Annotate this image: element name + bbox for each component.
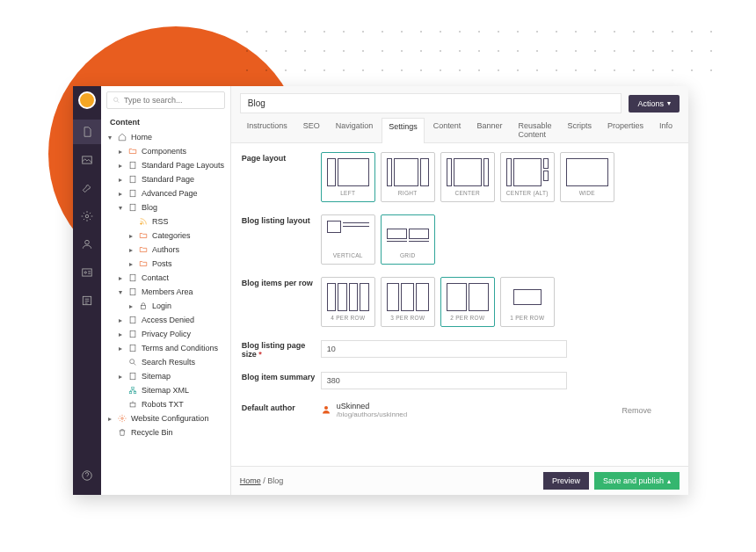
page-icon xyxy=(128,344,137,352)
svg-point-4 xyxy=(84,272,86,273)
svg-rect-3 xyxy=(83,269,92,276)
tree-recycle[interactable]: Recycle Bin xyxy=(106,425,225,439)
tree-access-denied[interactable]: ▸Access Denied xyxy=(106,313,225,327)
layout-wide[interactable]: WIDE xyxy=(560,152,614,202)
row-2[interactable]: 2 PER ROW xyxy=(440,277,495,327)
tree-advanced-page[interactable]: ▸Advanced Page xyxy=(106,186,225,200)
gear-icon xyxy=(81,210,93,222)
tree-posts[interactable]: ▸Posts xyxy=(106,257,225,271)
svg-rect-24 xyxy=(130,403,135,407)
svg-point-1 xyxy=(85,214,89,218)
preview-button[interactable]: Preview xyxy=(543,472,589,490)
svg-rect-16 xyxy=(130,316,135,323)
search-field[interactable] xyxy=(124,96,219,105)
layout-center[interactable]: CENTER xyxy=(440,152,495,202)
svg-point-7 xyxy=(113,98,117,101)
robot-icon xyxy=(128,400,137,409)
page-title-input[interactable] xyxy=(240,93,622,113)
tab-settings[interactable]: Settings xyxy=(382,118,425,143)
tree-blog[interactable]: ▾Blog xyxy=(106,200,225,214)
row-1[interactable]: 1 PER ROW xyxy=(500,277,555,327)
page-icon xyxy=(128,330,137,338)
avatar[interactable] xyxy=(78,91,96,109)
tab-info[interactable]: Info xyxy=(652,117,680,142)
tree-robots[interactable]: Robots TXT xyxy=(106,397,225,411)
lock-icon xyxy=(139,301,148,310)
layout-right[interactable]: RIGHT xyxy=(381,152,435,202)
home-icon xyxy=(118,133,127,142)
tab-banner[interactable]: Banner xyxy=(469,117,509,142)
listing-grid[interactable]: GRID xyxy=(381,214,435,265)
tree-login[interactable]: ▸Login xyxy=(106,299,225,313)
section-label: Content xyxy=(101,114,230,130)
layout-left[interactable]: LEFT xyxy=(321,152,375,202)
tree-home[interactable]: ▾Home xyxy=(106,130,225,144)
svg-rect-23 xyxy=(134,392,136,394)
tree-components[interactable]: ▸Components xyxy=(106,144,225,158)
svg-point-12 xyxy=(141,223,142,225)
label-listing-layout: Blog listing layout xyxy=(242,214,321,265)
layout-center-alt[interactable]: CENTER (ALT) xyxy=(500,152,555,202)
label-default-author: Default author xyxy=(242,402,321,418)
image-icon xyxy=(81,154,93,166)
breadcrumb-home[interactable]: Home xyxy=(240,476,261,485)
rail-members[interactable] xyxy=(73,260,101,285)
svg-rect-22 xyxy=(129,392,132,394)
page-layout-options: LEFT RIGHT CENTER CENTER (ALT) xyxy=(321,152,678,202)
footer-bar: Home / Blog Preview Save and publish xyxy=(231,466,688,495)
rail-forms[interactable] xyxy=(73,288,101,313)
tree-search-results[interactable]: Search Results xyxy=(106,355,225,369)
svg-point-2 xyxy=(85,240,90,244)
tree-contact[interactable]: ▸Contact xyxy=(106,271,225,285)
breadcrumb-current: Blog xyxy=(267,476,283,485)
settings-content: Page layout LEFT RIGHT CENTER xyxy=(231,143,688,466)
row-4[interactable]: 4 PER ROW xyxy=(321,277,375,327)
svg-rect-8 xyxy=(130,162,135,169)
tree-sitemap[interactable]: ▸Sitemap xyxy=(106,369,225,383)
save-publish-button[interactable]: Save and publish xyxy=(594,472,680,490)
page-icon xyxy=(128,287,137,296)
tab-seo[interactable]: SEO xyxy=(296,117,327,142)
tree-sitemap-xml[interactable]: Sitemap XML xyxy=(106,383,225,397)
row-3[interactable]: 3 PER ROW xyxy=(381,277,435,327)
svg-rect-10 xyxy=(130,190,135,197)
breadcrumb: Home / Blog xyxy=(240,476,284,485)
folder-icon xyxy=(139,259,148,268)
sitemap-icon xyxy=(128,386,137,395)
tree-standard-layouts[interactable]: ▸Standard Page Layouts xyxy=(106,158,225,172)
actions-button[interactable]: Actions xyxy=(629,95,680,113)
tab-scripts[interactable]: Scripts xyxy=(560,117,599,142)
tree-terms[interactable]: ▸Terms and Conditions xyxy=(106,341,225,355)
tree-privacy[interactable]: ▸Privacy Policy xyxy=(106,327,225,341)
listing-vertical[interactable]: VERTICAL xyxy=(321,214,375,265)
svg-point-26 xyxy=(324,406,328,410)
svg-rect-13 xyxy=(130,274,135,281)
tab-instructions[interactable]: Instructions xyxy=(240,117,294,142)
tab-reusable[interactable]: Reusable Content xyxy=(511,117,558,142)
tree-members[interactable]: ▾Members Area xyxy=(106,285,225,299)
list-icon xyxy=(81,294,93,307)
tree-website-config[interactable]: ▸Website Configuration xyxy=(106,411,225,425)
search-icon xyxy=(128,358,137,367)
rail-settings-tool[interactable] xyxy=(73,176,101,200)
tab-properties[interactable]: Properties xyxy=(600,117,651,142)
summary-input[interactable] xyxy=(321,372,567,389)
rail-content[interactable] xyxy=(73,120,101,144)
rail-gear[interactable] xyxy=(73,204,101,229)
label-items-per-row: Blog items per row xyxy=(242,277,321,327)
tab-navigation[interactable]: Navigation xyxy=(329,117,381,142)
tab-content[interactable]: Content xyxy=(426,117,469,142)
page-size-input[interactable] xyxy=(321,340,567,358)
rail-media[interactable] xyxy=(73,148,101,172)
tree-authors[interactable]: ▸Authors xyxy=(106,243,225,257)
rail-help[interactable] xyxy=(73,463,101,488)
svg-point-25 xyxy=(121,418,124,420)
tree-rss[interactable]: RSS xyxy=(106,214,225,229)
remove-author[interactable]: Remove xyxy=(622,406,651,415)
rail-user[interactable] xyxy=(73,232,101,257)
search-input[interactable] xyxy=(106,91,225,109)
tree-standard-page[interactable]: ▸Standard Page xyxy=(106,172,225,186)
svg-rect-18 xyxy=(130,345,135,352)
tree-categories[interactable]: ▸Categories xyxy=(106,229,225,243)
svg-rect-11 xyxy=(130,204,135,211)
